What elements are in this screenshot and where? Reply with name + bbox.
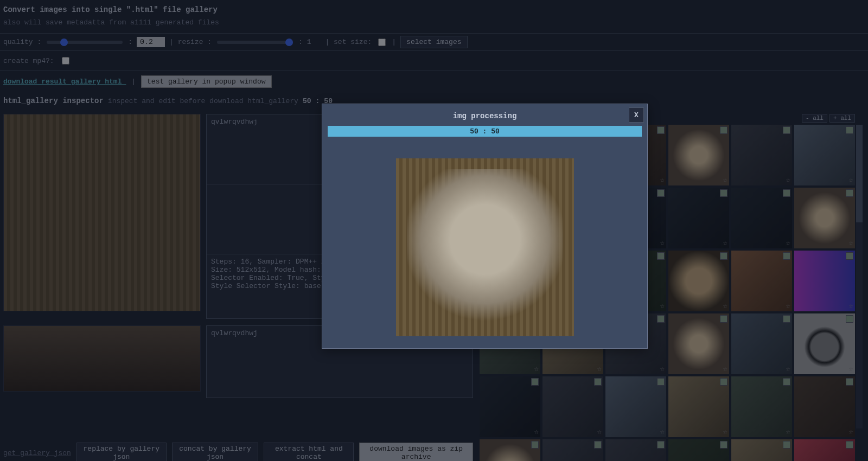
modal-preview-image bbox=[396, 158, 574, 336]
progress-bar: 50 : 50 bbox=[328, 126, 642, 137]
modal-title: img processing bbox=[322, 104, 647, 126]
modal-close-button[interactable]: X bbox=[629, 107, 644, 123]
progress-modal: X img processing 50 : 50 bbox=[322, 104, 648, 349]
